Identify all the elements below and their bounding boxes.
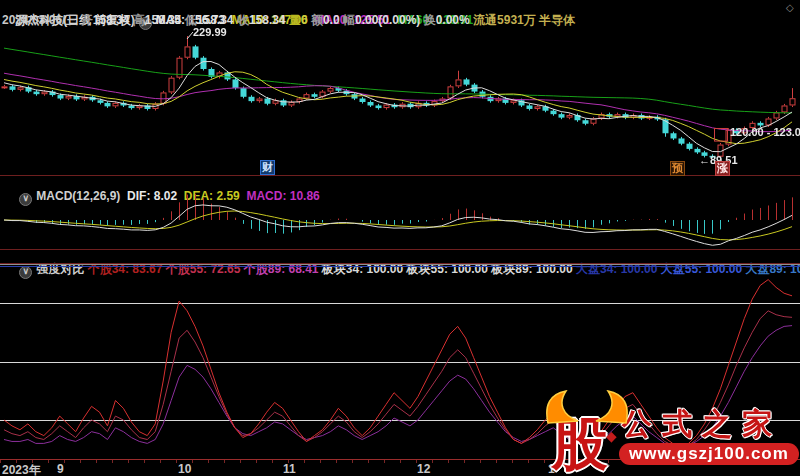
- change-value: 0.00(0.00%): [355, 13, 424, 27]
- turnover-value: 0.00%: [436, 13, 473, 27]
- quote-details: 2024/03/06/三 开158.34 高158.34 低158.34 收15…: [2, 14, 575, 27]
- watermark-site-name: 公式之家: [619, 408, 799, 440]
- volume-value: 0: [301, 13, 311, 27]
- turnover-label: 换: [424, 13, 436, 27]
- close-value: 158.34: [249, 13, 289, 27]
- low-value: 158.34: [197, 13, 237, 27]
- x-axis-label: 9: [57, 462, 64, 476]
- watermark-url: www.gszj100.com: [619, 443, 799, 465]
- event-badge[interactable]: 财: [260, 160, 275, 175]
- bull-horns-icon: [544, 390, 630, 424]
- gszj-watermark-logo: 股 ◆ 公式之家 www.gszj100.com: [552, 396, 798, 476]
- change-label: 幅: [343, 13, 355, 27]
- float-shares-value: 流通5931万: [473, 13, 539, 27]
- diamond-icon: ◆: [606, 429, 617, 443]
- watermark-text-block: 公式之家 www.gszj100.com: [619, 408, 799, 465]
- high-value: 158.34: [145, 13, 185, 27]
- candlestick-chart[interactable]: [0, 27, 800, 175]
- date-value: 2024/03/06/三: [2, 13, 81, 27]
- amount-value: 0.0: [323, 13, 343, 27]
- gap-range-annotation: 120.00 - 123.00: [730, 126, 800, 138]
- low-label: 低: [185, 13, 197, 27]
- x-axis-label: 11: [283, 462, 296, 476]
- corner-diamond-icon[interactable]: ◇: [786, 2, 794, 13]
- x-axis-label: 12: [417, 462, 430, 476]
- macd-chart[interactable]: [0, 190, 800, 249]
- x-axis-label: 10: [178, 462, 191, 476]
- peak-price-annotation: 229.99: [193, 26, 227, 38]
- industry-value: 半导体: [539, 13, 575, 27]
- tdx-app-window: 源杰科技(日线 前复权)∨MA5: 156.73 MA10: 147.06 MA…: [0, 0, 800, 476]
- volume-label: 量: [289, 13, 301, 27]
- amount-label: 额: [311, 13, 323, 27]
- event-badge[interactable]: 涨: [715, 161, 730, 176]
- bull-logo: 股: [552, 398, 608, 474]
- open-value: 158.34: [93, 13, 133, 27]
- high-label: 高: [133, 13, 145, 27]
- close-label: 收: [237, 13, 249, 27]
- x-axis-label: 2023年: [2, 462, 41, 476]
- open-label: 开: [81, 13, 93, 27]
- event-badge[interactable]: 预: [670, 161, 685, 176]
